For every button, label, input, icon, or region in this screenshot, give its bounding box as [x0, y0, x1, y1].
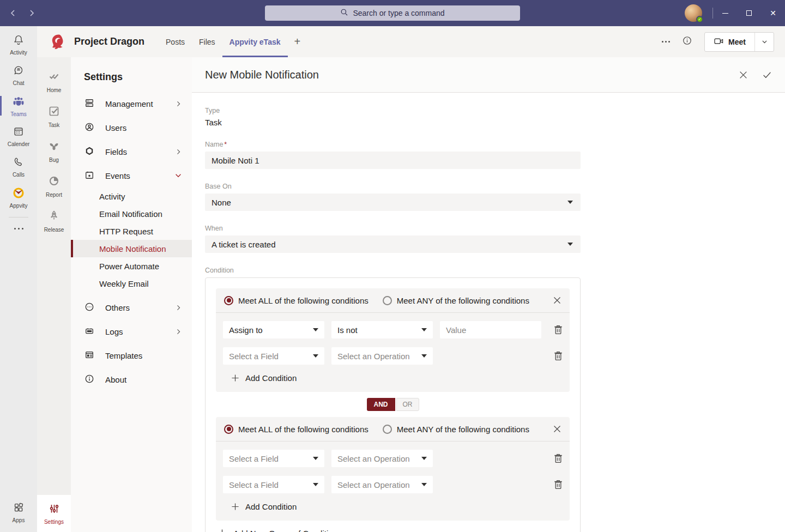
add-group-label: Add New Group of Condition	[233, 529, 337, 532]
add-condition-button[interactable]: Add Condition	[223, 373, 563, 392]
nav-item-others[interactable]: Others	[71, 295, 192, 319]
operation-select[interactable]: Select an Operation	[331, 347, 433, 365]
condition-box: Meet ALL of the following conditions Mee…	[205, 277, 581, 532]
operation-select[interactable]: Is not	[331, 321, 433, 338]
field-select[interactable]: Assign to	[223, 321, 324, 338]
field-select[interactable]: Select a Field	[223, 450, 324, 467]
add-condition-button[interactable]: Add Condition	[223, 502, 563, 521]
nav-child-label: Weekly Email	[99, 279, 149, 288]
meet-any-radio[interactable]	[383, 425, 392, 434]
or-toggle[interactable]: OR	[396, 398, 419, 411]
condition-group-2: Meet ALL of the following conditions Mee…	[216, 417, 570, 521]
remove-group-button[interactable]	[553, 296, 561, 305]
search-placeholder: Search or type a command	[353, 9, 444, 17]
sidebar-item-calls[interactable]: Calls	[0, 152, 37, 182]
nav-item-events[interactable]: Events	[71, 164, 192, 188]
active-indicator	[0, 96, 2, 116]
name-field[interactable]	[205, 152, 581, 169]
tab-posts[interactable]: Posts	[159, 26, 192, 57]
nav-child-activity[interactable]: Activity	[71, 188, 192, 205]
more-apps-icon[interactable]	[14, 221, 23, 236]
nav-child-email-notification[interactable]: Email Notification	[71, 205, 192, 222]
meet-all-label[interactable]: Meet ALL of the following conditions	[238, 425, 369, 434]
info-circle-icon	[84, 373, 95, 386]
panel-header: New Mobile Notification	[192, 57, 785, 93]
sidebar-item-appvity[interactable]: Appvity	[0, 182, 37, 213]
field-select[interactable]: Select a Field	[223, 476, 324, 493]
sidebar-item-activity[interactable]: Activity	[0, 29, 37, 60]
nav-item-logs[interactable]: Logs	[71, 319, 192, 343]
nav-item-users[interactable]: Users	[71, 116, 192, 140]
field-select[interactable]: Select a Field	[223, 347, 324, 365]
avatar[interactable]: ✓	[685, 4, 702, 22]
delete-row-button[interactable]	[554, 325, 563, 335]
plus-icon	[231, 374, 239, 382]
meet-any-radio[interactable]	[383, 296, 392, 305]
plus-icon	[231, 503, 239, 511]
operation-select[interactable]: Select an Operation	[331, 450, 433, 467]
sidebar-item-teams[interactable]: Teams	[0, 90, 37, 121]
nav-item-label: Fields	[105, 147, 127, 156]
meet-button[interactable]: Meet	[705, 33, 754, 51]
sidebar-item-label: Apps	[13, 517, 25, 523]
base-on-select[interactable]: None	[205, 194, 581, 211]
when-select[interactable]: A ticket is created	[205, 235, 581, 253]
close-window-button[interactable]: ✕	[761, 0, 785, 26]
delete-row-button[interactable]	[554, 454, 563, 463]
nav-child-label: Activity	[99, 192, 125, 201]
add-tab-button[interactable]: +	[288, 26, 307, 57]
nav-item-fields[interactable]: Fields	[71, 140, 192, 164]
maximize-button[interactable]	[737, 0, 761, 26]
info-icon[interactable]	[682, 35, 692, 48]
forward-icon[interactable]	[26, 8, 37, 19]
module-item-release[interactable]: Release	[37, 203, 71, 238]
tab-appvity-etask[interactable]: Appvity eTask	[222, 26, 288, 57]
operation-select[interactable]: Select an Operation	[331, 476, 433, 493]
notification-form: Type Task Name* Base On None When A tick…	[192, 93, 581, 532]
module-item-settings[interactable]: Settings	[37, 495, 71, 532]
maximize-icon	[746, 10, 752, 16]
meet-all-label[interactable]: Meet ALL of the following conditions	[238, 296, 369, 305]
back-icon[interactable]	[8, 8, 19, 19]
meet-any-label[interactable]: Meet ANY of the following conditions	[397, 296, 529, 305]
nav-item-templates[interactable]: Templates	[71, 343, 192, 367]
and-toggle[interactable]: AND	[367, 398, 395, 411]
save-button[interactable]	[762, 70, 772, 80]
operation-placeholder: Select an Operation	[337, 352, 410, 361]
sidebar-item-calendar[interactable]: Calender	[0, 121, 37, 152]
nav-item-management[interactable]: Management	[71, 92, 192, 116]
delete-row-button[interactable]	[554, 351, 563, 361]
module-item-report[interactable]: Report	[37, 168, 71, 203]
meet-any-label[interactable]: Meet ANY of the following conditions	[397, 425, 529, 434]
sidebar-item-apps[interactable]: Apps	[0, 497, 37, 528]
search-input[interactable]: Search or type a command	[265, 5, 520, 21]
module-item-label: Task	[49, 122, 60, 128]
caret-down-icon	[421, 354, 427, 358]
sidebar-item-chat[interactable]: Chat	[0, 60, 37, 90]
module-item-bug[interactable]: Bug	[37, 134, 71, 168]
ellipsis-circle-icon	[84, 301, 95, 314]
nav-child-mobile-notification[interactable]: Mobile Notification	[71, 240, 192, 257]
nav-item-about[interactable]: About	[71, 367, 192, 391]
meet-all-radio[interactable]	[224, 425, 233, 434]
nav-child-weekly-email[interactable]: Weekly Email	[71, 275, 192, 292]
delete-row-button[interactable]	[554, 480, 563, 489]
presence-available-icon: ✓	[696, 16, 703, 23]
templates-icon	[84, 349, 95, 362]
minimize-button[interactable]	[713, 0, 737, 26]
module-item-task[interactable]: Task	[37, 99, 71, 134]
chat-icon	[13, 64, 25, 78]
search-icon	[340, 8, 348, 18]
module-item-home[interactable]: Home	[37, 64, 71, 99]
meet-dropdown-button[interactable]	[754, 33, 774, 51]
nav-child-http-request[interactable]: HTTP Request	[71, 222, 192, 240]
more-options-icon[interactable]	[662, 41, 670, 43]
add-group-button[interactable]: Add New Group of Condition	[216, 529, 570, 532]
cancel-button[interactable]	[739, 70, 748, 80]
tab-files[interactable]: Files	[192, 26, 222, 57]
remove-group-button[interactable]	[553, 425, 561, 433]
module-rail: Home Task Bug Report Release Settings	[37, 57, 71, 532]
nav-child-power-automate[interactable]: Power Automate	[71, 257, 192, 275]
meet-all-radio[interactable]	[224, 296, 233, 305]
value-field[interactable]	[440, 321, 541, 338]
